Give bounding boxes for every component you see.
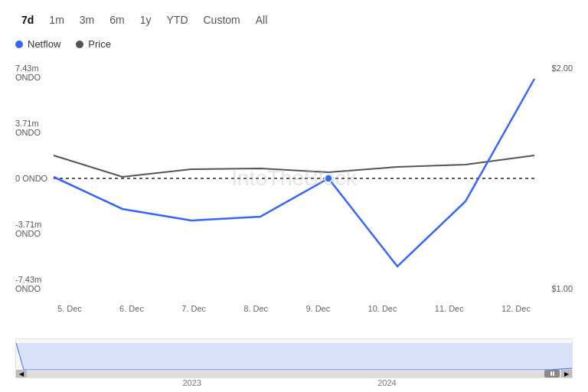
legend-netflow: Netflow: [15, 38, 60, 50]
price-line: [54, 155, 534, 177]
x-label-7dec: 7. Dec: [181, 304, 206, 313]
y-right-bottom: $1.00: [551, 284, 573, 293]
y-label-bottom: -7.43m ONDO: [15, 275, 57, 293]
price-dot: [76, 41, 83, 48]
mini-area-fill: [16, 343, 572, 370]
chart-wrapper: IntoTheBlock 7.43m ONDO 3.71m ONDO: [0, 56, 588, 335]
x-label-9dec: 9. Dec: [305, 304, 330, 313]
mini-year-2024: 2024: [377, 378, 396, 387]
x-label-12dec: 12. Dec: [501, 304, 531, 313]
main-container: 7d1m3m6m1yYTDCustomAll Netflow Price Int…: [0, 0, 588, 392]
time-btn-3m[interactable]: 3m: [74, 11, 100, 29]
mini-year-2023: 2023: [182, 378, 201, 387]
mini-chart-area: ◀ ▶ 2023 2024: [15, 338, 573, 392]
time-range-selector: 7d1m3m6m1yYTDCustomAll: [0, 0, 588, 35]
time-btn-all[interactable]: All: [250, 11, 274, 29]
netflow-dot: [15, 41, 23, 48]
scroll-thumb[interactable]: [544, 370, 560, 377]
time-btn-custom[interactable]: Custom: [198, 11, 247, 29]
y-right-mid2: —: [564, 174, 573, 183]
y-right-top: $2.00: [551, 64, 573, 73]
scrollbar-track[interactable]: ◀ ▶: [16, 370, 572, 377]
x-label-8dec: 8. Dec: [243, 304, 268, 313]
thumb-line-2: [553, 371, 554, 376]
thumb-line-1: [550, 371, 552, 376]
x-label-6dec: 6. Dec: [119, 304, 144, 313]
time-btn-7d[interactable]: 7d: [15, 11, 40, 29]
y-label-top: 7.43m ONDO: [15, 64, 57, 82]
intersection-dot: [325, 175, 332, 182]
y-axis-right: $2.00 — — — $1.00: [542, 56, 573, 301]
y-right-mid3: —: [564, 229, 573, 238]
y-label-low: -3.71m ONDO: [15, 220, 57, 238]
legend-netflow-label: Netflow: [28, 38, 60, 50]
x-axis: 5. Dec 6. Dec 7. Dec 8. Dec 9. Dec 10. D…: [15, 301, 573, 313]
mini-x-axis: 2023 2024: [15, 378, 573, 390]
y-axis-left: 7.43m ONDO 3.71m ONDO 0 ONDO -3.71m ONDO…: [15, 56, 57, 301]
scroll-right-arrow[interactable]: ▶: [561, 370, 572, 377]
x-label-10dec: 10. Dec: [368, 304, 397, 313]
time-btn-6m[interactable]: 6m: [103, 11, 130, 29]
y-label-zero: 0 ONDO: [15, 174, 57, 183]
mini-chart-svg: [16, 339, 572, 371]
time-btn-1m[interactable]: 1m: [43, 11, 70, 29]
chart-container: IntoTheBlock 7.43m ONDO 3.71m ONDO: [15, 56, 573, 301]
y-right-mid1: —: [564, 119, 573, 128]
y-label-high: 3.71m ONDO: [15, 119, 57, 137]
chart-legend: Netflow Price: [0, 35, 588, 56]
x-label-5dec: 5. Dec: [57, 304, 82, 313]
main-chart-svg: [54, 64, 588, 293]
mini-chart: ◀ ▶: [15, 338, 573, 378]
time-btn-ytd[interactable]: YTD: [161, 11, 194, 29]
scroll-left-arrow[interactable]: ◀: [16, 370, 27, 377]
netflow-line: [54, 79, 534, 266]
x-label-11dec: 11. Dec: [435, 304, 464, 313]
legend-price-label: Price: [88, 38, 111, 50]
legend-price: Price: [76, 38, 111, 50]
time-btn-1y[interactable]: 1y: [134, 11, 158, 29]
